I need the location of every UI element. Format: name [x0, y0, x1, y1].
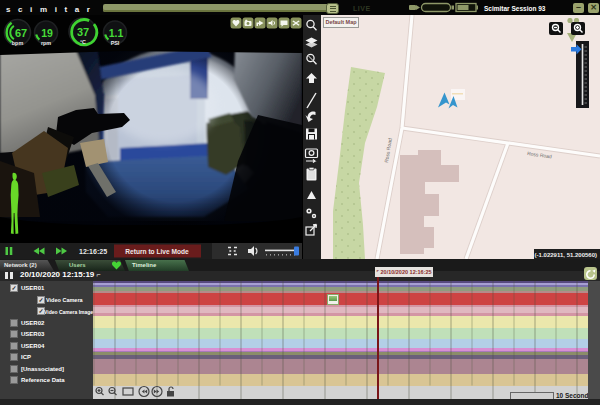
svg-text:37: 37	[77, 26, 89, 38]
svg-text:(-1.022911, 51.200560): (-1.022911, 51.200560)	[535, 252, 597, 258]
svg-text:19: 19	[41, 27, 53, 39]
svg-text:PSI: PSI	[111, 40, 120, 46]
svg-text:bpm: bpm	[12, 40, 24, 46]
svg-text:°C: °C	[80, 39, 86, 45]
svg-text:rpm: rpm	[41, 40, 51, 46]
svg-text:Return to Live Mode: Return to Live Mode	[125, 248, 189, 255]
svg-text:12:16:25: 12:16:25	[79, 248, 107, 255]
svg-text:1.1: 1.1	[109, 27, 124, 39]
svg-text:67: 67	[15, 27, 27, 39]
